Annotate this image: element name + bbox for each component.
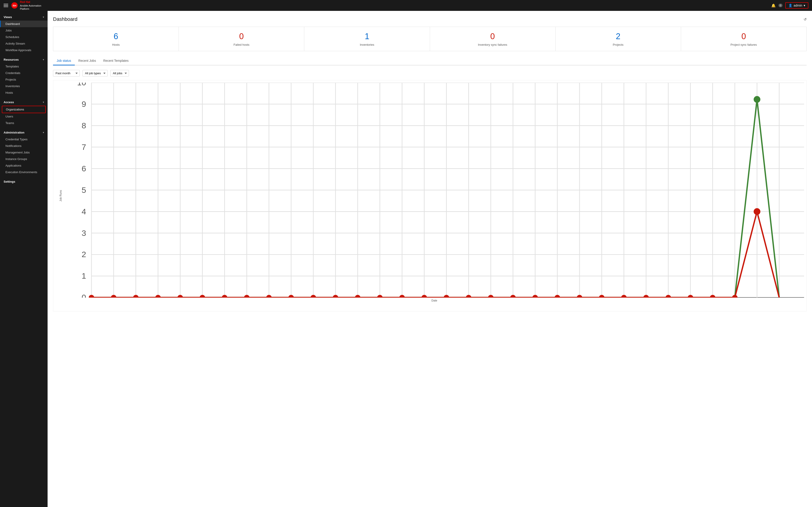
sidebar-item-notifications[interactable]: Notifications [0,143,48,149]
svg-text:RH: RH [13,4,16,7]
main-content: Dashboard ↺ 6 Hosts 0 Failed hosts 1 Inv… [48,11,812,507]
tab-recent-jobs[interactable]: Recent Jobs [75,57,100,65]
redhat-logo: RH [11,2,18,9]
stat-card-inventory-sync-failures[interactable]: 0 Inventory sync failures [430,27,556,51]
user-icon: 👤 [789,4,792,7]
svg-point-59 [155,295,161,298]
svg-point-66 [311,295,316,298]
svg-text:6: 6 [82,164,86,173]
svg-point-68 [355,295,360,298]
job-runs-chart: 10 9 8 7 6 5 4 3 2 1 0 [64,82,804,298]
stat-value-hosts: 6 [57,32,175,41]
job-types-filter[interactable]: All job types [83,70,108,76]
svg-point-70 [399,295,405,298]
chevron-down-icon: ▾ [43,101,44,103]
svg-point-67 [333,295,338,298]
stat-card-hosts[interactable]: 6 Hosts [53,27,179,51]
stat-card-failed-hosts[interactable]: 0 Failed hosts [179,27,304,51]
sidebar-section-settings: Settings [0,175,48,185]
svg-text:5: 5 [82,186,86,194]
sidebar-item-hosts[interactable]: Hosts [0,90,48,96]
svg-point-76 [532,295,538,298]
svg-point-77 [555,295,560,298]
stat-cards: 6 Hosts 0 Failed hosts 1 Inventories 0 I… [53,27,807,51]
chevron-down-icon: ▾ [43,58,44,61]
sidebar-administration-header[interactable]: Administration ▾ [4,130,44,135]
stat-card-inventories[interactable]: 1 Inventories [304,27,430,51]
chart-filters: Past month Past 2 weeks Past week All jo… [53,70,807,76]
chart-container: Job Runs 10 9 8 7 6 5 [53,80,807,312]
sidebar-item-workflow-approvals[interactable]: Workflow Approvals [0,47,48,53]
svg-point-61 [200,295,205,298]
sidebar: Views ▾ Dashboard Jobs Schedules Activit… [0,11,48,507]
svg-point-84 [710,295,715,298]
tab-job-status[interactable]: Job status [53,57,75,65]
stat-label-project-sync-failures: Project sync failures [685,43,803,46]
time-filter[interactable]: Past month Past 2 weeks Past week [53,70,80,76]
sidebar-item-applications[interactable]: Applications [0,162,48,169]
sidebar-section-views: Views ▾ [0,11,48,20]
svg-point-57 [111,295,116,298]
hamburger-menu[interactable] [4,4,8,7]
stat-value-inventories: 1 [308,32,426,41]
chart-line-success [92,99,779,297]
svg-point-75 [510,295,516,298]
bell-icon[interactable]: 🔔 [771,3,776,8]
notification-badge: 0 [778,4,782,7]
svg-point-56 [89,295,94,298]
chart-dot-success [754,96,760,103]
user-arrow-indicator: 👤 admin ▾ [785,2,808,9]
sidebar-item-credential-types[interactable]: Credential Types [0,136,48,143]
svg-point-83 [688,295,693,298]
sidebar-item-dashboard[interactable]: Dashboard [0,20,48,27]
svg-point-72 [444,295,449,298]
sidebar-item-jobs[interactable]: Jobs [0,27,48,34]
tab-recent-templates[interactable]: Recent Templates [100,57,132,65]
sidebar-item-activity-stream[interactable]: Activity Stream [0,40,48,47]
user-menu-button[interactable]: 👤 admin ▾ [785,2,808,9]
svg-point-78 [577,295,582,298]
sidebar-item-projects[interactable]: Projects [0,76,48,83]
sidebar-section-access: Access ▾ [0,96,48,106]
stat-value-project-sync-failures: 0 [685,32,803,41]
sidebar-item-instance-groups[interactable]: Instance Groups [0,156,48,162]
sidebar-item-teams[interactable]: Teams [0,120,48,126]
sidebar-resources-header[interactable]: Resources ▾ [4,57,44,62]
svg-point-79 [599,295,604,298]
jobs-filter[interactable]: All jobs [110,70,129,76]
sidebar-item-execution-environments[interactable]: Execution Environments [0,169,48,175]
top-navigation: RH Red Hat Ansible Automation Platform 🔔… [0,0,812,11]
svg-point-62 [222,295,227,298]
tabs-bar: Job status Recent Jobs Recent Templates [53,57,807,65]
sidebar-item-management-jobs[interactable]: Management Jobs [0,149,48,156]
svg-point-73 [466,295,471,298]
svg-text:10: 10 [77,82,86,87]
nav-right: 🔔 0 👤 admin ▾ [771,2,808,9]
sidebar-item-users[interactable]: Users [0,113,48,120]
stat-card-projects[interactable]: 2 Projects [556,27,681,51]
svg-text:9: 9 [82,100,86,109]
sidebar-settings-header[interactable]: Settings [4,179,44,184]
sidebar-access-header[interactable]: Access ▾ [4,100,44,105]
stat-card-project-sync-failures[interactable]: 0 Project sync failures [681,27,806,51]
chart-dot-failed [754,208,760,215]
sidebar-item-templates[interactable]: Templates [0,63,48,70]
svg-point-81 [644,295,649,298]
user-dropdown-arrow: ▾ [804,4,805,7]
page-header: Dashboard ↺ [53,16,807,22]
page-title: Dashboard [53,16,78,22]
brand-logo-area: RH Red Hat Ansible Automation Platform [11,0,768,10]
svg-point-69 [377,295,383,298]
sidebar-item-organizations[interactable]: Organizations [2,106,46,113]
stat-value-inventory-sync-failures: 0 [434,32,552,41]
sidebar-item-credentials[interactable]: Credentials [0,70,48,76]
svg-point-58 [133,295,139,298]
sidebar-section-resources: Resources ▾ [0,53,48,63]
sidebar-views-header[interactable]: Views ▾ [4,14,44,20]
svg-text:4: 4 [82,207,86,216]
sidebar-item-schedules[interactable]: Schedules [0,34,48,40]
refresh-icon[interactable]: ↺ [804,17,807,21]
sidebar-item-inventories[interactable]: Inventories [0,83,48,90]
stat-label-failed-hosts: Failed hosts [183,43,300,46]
app-body: Views ▾ Dashboard Jobs Schedules Activit… [0,11,812,507]
